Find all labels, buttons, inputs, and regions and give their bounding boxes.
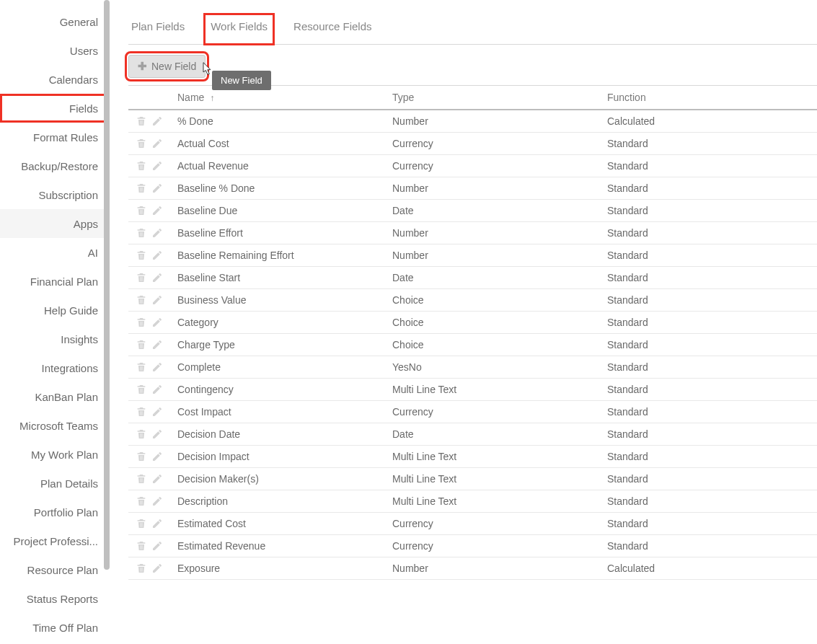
- field-name[interactable]: Complete: [170, 356, 385, 379]
- field-name[interactable]: Category: [170, 312, 385, 334]
- sidebar-item-users[interactable]: Users: [0, 36, 110, 65]
- field-name[interactable]: Exposure: [170, 557, 385, 580]
- field-name[interactable]: Estimated Revenue: [170, 535, 385, 557]
- sidebar-item-microsoft-teams[interactable]: Microsoft Teams: [0, 411, 110, 440]
- edit-icon[interactable]: [151, 138, 163, 149]
- trash-icon[interactable]: [136, 518, 147, 529]
- trash-icon[interactable]: [136, 227, 147, 239]
- trash-icon[interactable]: [136, 406, 147, 418]
- tab-plan-fields[interactable]: Plan Fields: [128, 14, 187, 44]
- trash-icon[interactable]: [136, 384, 147, 395]
- field-type: Multi Line Text: [385, 490, 600, 513]
- sidebar-item-backup-restore[interactable]: Backup/Restore: [0, 151, 110, 180]
- trash-icon[interactable]: [136, 317, 147, 328]
- edit-icon[interactable]: [151, 451, 163, 462]
- tab-resource-fields[interactable]: Resource Fields: [291, 14, 374, 44]
- trash-icon[interactable]: [136, 138, 147, 149]
- trash-icon[interactable]: [136, 540, 147, 552]
- edit-icon[interactable]: [151, 182, 163, 194]
- field-name[interactable]: Description: [170, 490, 385, 513]
- field-name[interactable]: % Done: [170, 110, 385, 133]
- edit-icon[interactable]: [151, 428, 163, 440]
- edit-icon[interactable]: [151, 406, 163, 418]
- edit-icon[interactable]: [151, 205, 163, 216]
- column-type[interactable]: Type: [385, 86, 600, 110]
- field-function: Standard: [600, 200, 817, 222]
- trash-icon[interactable]: [136, 361, 147, 373]
- trash-icon[interactable]: [136, 294, 147, 306]
- main-content: Plan FieldsWork FieldsResource Fields ✚ …: [110, 0, 817, 644]
- field-name[interactable]: Baseline Start: [170, 267, 385, 289]
- field-name[interactable]: Actual Cost: [170, 133, 385, 155]
- sidebar-item-status-reports[interactable]: Status Reports: [0, 584, 110, 613]
- edit-icon[interactable]: [151, 339, 163, 350]
- trash-icon[interactable]: [136, 115, 147, 127]
- edit-icon[interactable]: [151, 317, 163, 328]
- trash-icon[interactable]: [136, 182, 147, 194]
- field-name[interactable]: Baseline % Done: [170, 177, 385, 200]
- edit-icon[interactable]: [151, 294, 163, 306]
- field-type: Date: [385, 200, 600, 222]
- sidebar-item-kanban-plan[interactable]: KanBan Plan: [0, 382, 110, 411]
- field-name[interactable]: Decision Impact: [170, 446, 385, 468]
- field-name[interactable]: Baseline Due: [170, 200, 385, 222]
- field-name[interactable]: Contingency: [170, 379, 385, 401]
- trash-icon[interactable]: [136, 250, 147, 261]
- trash-icon[interactable]: [136, 428, 147, 440]
- sidebar-item-label: Portfolio Plan: [34, 506, 98, 519]
- trash-icon[interactable]: [136, 495, 147, 507]
- sidebar-item-calendars[interactable]: Calendars: [0, 65, 110, 94]
- field-name[interactable]: Actual Revenue: [170, 155, 385, 177]
- sidebar-item-apps[interactable]: Apps: [0, 209, 110, 238]
- trash-icon[interactable]: [136, 160, 147, 172]
- edit-icon[interactable]: [151, 473, 163, 485]
- edit-icon[interactable]: [151, 361, 163, 373]
- sidebar-item-ai[interactable]: AI: [0, 238, 110, 267]
- sidebar-item-portfolio-plan[interactable]: Portfolio Plan: [0, 498, 110, 526]
- edit-icon[interactable]: [151, 272, 163, 283]
- trash-icon[interactable]: [136, 272, 147, 283]
- edit-icon[interactable]: [151, 160, 163, 172]
- edit-icon[interactable]: [151, 227, 163, 239]
- sidebar-item-format-rules[interactable]: Format Rules: [0, 123, 110, 151]
- sidebar-item-general[interactable]: General: [0, 7, 110, 36]
- field-name[interactable]: Charge Type: [170, 334, 385, 356]
- sidebar-item-label: AI: [88, 247, 98, 259]
- column-function[interactable]: Function: [600, 86, 817, 110]
- sidebar-item-time-off-plan[interactable]: Time Off Plan: [0, 613, 110, 642]
- sidebar-item-project-professi[interactable]: Project Professi...: [0, 526, 110, 555]
- sidebar-scrollbar[interactable]: [104, 0, 110, 570]
- new-field-button[interactable]: ✚ New Field: [128, 55, 206, 78]
- sidebar-item-plan-details[interactable]: Plan Details: [0, 469, 110, 498]
- edit-icon[interactable]: [151, 384, 163, 395]
- edit-icon[interactable]: [151, 563, 163, 574]
- edit-icon[interactable]: [151, 540, 163, 552]
- trash-icon[interactable]: [136, 451, 147, 462]
- edit-icon[interactable]: [151, 115, 163, 127]
- table-row: Estimated CostCurrencyStandard: [128, 513, 817, 535]
- edit-icon[interactable]: [151, 518, 163, 529]
- sidebar-item-financial-plan[interactable]: Financial Plan: [0, 267, 110, 296]
- edit-icon[interactable]: [151, 250, 163, 261]
- trash-icon[interactable]: [136, 563, 147, 574]
- field-name[interactable]: Estimated Cost: [170, 513, 385, 535]
- trash-icon[interactable]: [136, 205, 147, 216]
- sidebar-item-subscription[interactable]: Subscription: [0, 180, 110, 209]
- field-name[interactable]: Decision Maker(s): [170, 468, 385, 490]
- trash-icon[interactable]: [136, 339, 147, 350]
- column-name[interactable]: Name ↑: [170, 86, 385, 110]
- sidebar-item-fields[interactable]: Fields: [0, 94, 110, 123]
- field-name[interactable]: Business Value: [170, 289, 385, 312]
- sidebar-item-integrations[interactable]: Integrations: [0, 353, 110, 382]
- tab-work-fields[interactable]: Work Fields: [205, 14, 273, 44]
- sidebar-item-help-guide[interactable]: Help Guide: [0, 296, 110, 325]
- sidebar-item-insights[interactable]: Insights: [0, 325, 110, 353]
- sidebar-item-my-work-plan[interactable]: My Work Plan: [0, 440, 110, 469]
- edit-icon[interactable]: [151, 495, 163, 507]
- trash-icon[interactable]: [136, 473, 147, 485]
- field-name[interactable]: Decision Date: [170, 423, 385, 446]
- sidebar-item-resource-plan[interactable]: Resource Plan: [0, 555, 110, 584]
- field-name[interactable]: Baseline Effort: [170, 222, 385, 244]
- field-name[interactable]: Baseline Remaining Effort: [170, 244, 385, 267]
- field-name[interactable]: Cost Impact: [170, 401, 385, 423]
